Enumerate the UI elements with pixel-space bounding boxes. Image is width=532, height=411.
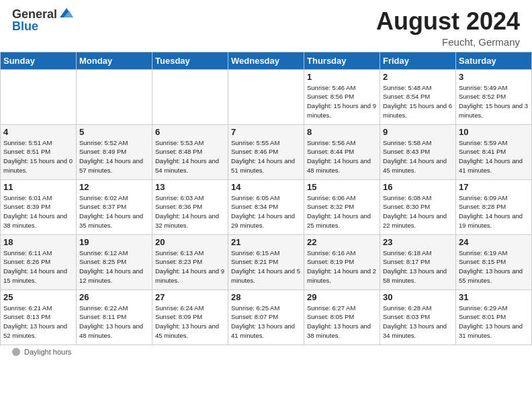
day-number: 23 <box>383 237 453 247</box>
day-detail: Sunrise: 6:25 AM Sunset: 8:07 PM Dayligh… <box>231 304 301 340</box>
day-detail: Sunrise: 6:16 AM Sunset: 8:19 PM Dayligh… <box>307 248 377 285</box>
table-row: 6Sunrise: 5:53 AM Sunset: 8:48 PM Daylig… <box>152 124 228 179</box>
table-row: 8Sunrise: 5:56 AM Sunset: 8:44 PM Daylig… <box>304 124 380 179</box>
table-row: 30Sunrise: 6:28 AM Sunset: 8:03 PM Dayli… <box>380 289 456 345</box>
table-row: 23Sunrise: 6:18 AM Sunset: 8:17 PM Dayli… <box>380 234 456 289</box>
col-wednesday: Wednesday <box>228 52 304 69</box>
day-number: 5 <box>79 127 149 137</box>
day-detail: Sunrise: 6:01 AM Sunset: 8:39 PM Dayligh… <box>3 193 73 230</box>
day-number: 21 <box>231 237 301 247</box>
table-row: 22Sunrise: 6:16 AM Sunset: 8:19 PM Dayli… <box>304 234 380 289</box>
day-number: 25 <box>3 292 73 302</box>
day-detail: Sunrise: 6:21 AM Sunset: 8:13 PM Dayligh… <box>3 304 73 340</box>
day-number: 9 <box>383 127 453 137</box>
day-number: 30 <box>383 292 453 302</box>
day-number: 19 <box>79 237 149 247</box>
table-row: 3Sunrise: 5:49 AM Sunset: 8:52 PM Daylig… <box>456 69 532 124</box>
logo: General Blue <box>12 8 73 33</box>
day-detail: Sunrise: 5:49 AM Sunset: 8:52 PM Dayligh… <box>459 83 529 120</box>
day-number: 12 <box>79 182 149 192</box>
table-row: 19Sunrise: 6:12 AM Sunset: 8:25 PM Dayli… <box>77 234 152 289</box>
day-detail: Sunrise: 5:58 AM Sunset: 8:43 PM Dayligh… <box>383 138 453 175</box>
day-detail: Sunrise: 6:12 AM Sunset: 8:25 PM Dayligh… <box>79 248 149 285</box>
day-number: 28 <box>231 292 301 302</box>
table-row: 18Sunrise: 6:11 AM Sunset: 8:26 PM Dayli… <box>1 234 77 289</box>
daylight-dot <box>12 348 20 356</box>
table-row: 16Sunrise: 6:08 AM Sunset: 8:30 PM Dayli… <box>380 179 456 234</box>
day-number: 15 <box>307 182 377 192</box>
day-detail: Sunrise: 6:18 AM Sunset: 8:17 PM Dayligh… <box>383 248 453 285</box>
table-row: 27Sunrise: 6:24 AM Sunset: 8:09 PM Dayli… <box>152 289 228 345</box>
table-row: 17Sunrise: 6:09 AM Sunset: 8:28 PM Dayli… <box>456 179 532 234</box>
logo-blue: Blue <box>12 19 38 33</box>
col-monday: Monday <box>77 52 152 69</box>
day-detail: Sunrise: 6:28 AM Sunset: 8:03 PM Dayligh… <box>383 304 453 340</box>
table-row: 29Sunrise: 6:27 AM Sunset: 8:05 PM Dayli… <box>304 289 380 345</box>
table-row: 10Sunrise: 5:59 AM Sunset: 8:41 PM Dayli… <box>456 124 532 179</box>
table-row: 11Sunrise: 6:01 AM Sunset: 8:39 PM Dayli… <box>1 179 77 234</box>
day-number: 6 <box>155 127 225 137</box>
day-number: 4 <box>3 127 73 137</box>
day-number: 3 <box>459 72 529 82</box>
logo-icon <box>58 5 73 20</box>
day-detail: Sunrise: 6:19 AM Sunset: 8:15 PM Dayligh… <box>459 248 529 285</box>
day-number: 20 <box>155 237 225 247</box>
table-row <box>152 69 228 124</box>
day-detail: Sunrise: 6:22 AM Sunset: 8:11 PM Dayligh… <box>79 304 149 340</box>
daylight-label: Daylight hours <box>24 348 71 356</box>
month-title-block: August 2024 Feucht, Germany <box>376 8 520 48</box>
day-number: 16 <box>383 182 453 192</box>
day-number: 8 <box>307 127 377 137</box>
page-header: General Blue August 2024 Feucht, Germany <box>0 0 532 52</box>
table-row <box>228 69 304 124</box>
day-number: 27 <box>155 292 225 302</box>
table-row <box>77 69 152 124</box>
day-detail: Sunrise: 6:06 AM Sunset: 8:32 PM Dayligh… <box>307 193 377 230</box>
calendar-week-row: 11Sunrise: 6:01 AM Sunset: 8:39 PM Dayli… <box>1 179 532 234</box>
day-detail: Sunrise: 6:03 AM Sunset: 8:36 PM Dayligh… <box>155 193 225 230</box>
table-row <box>1 69 77 124</box>
day-detail: Sunrise: 6:15 AM Sunset: 8:21 PM Dayligh… <box>231 248 301 285</box>
day-detail: Sunrise: 5:46 AM Sunset: 8:56 PM Dayligh… <box>307 83 377 120</box>
col-sunday: Sunday <box>1 52 77 69</box>
table-row: 14Sunrise: 6:05 AM Sunset: 8:34 PM Dayli… <box>228 179 304 234</box>
day-detail: Sunrise: 6:11 AM Sunset: 8:26 PM Dayligh… <box>3 248 73 285</box>
calendar-header-row: Sunday Monday Tuesday Wednesday Thursday… <box>1 52 532 69</box>
table-row: 15Sunrise: 6:06 AM Sunset: 8:32 PM Dayli… <box>304 179 380 234</box>
table-row: 9Sunrise: 5:58 AM Sunset: 8:43 PM Daylig… <box>380 124 456 179</box>
table-row: 31Sunrise: 6:29 AM Sunset: 8:01 PM Dayli… <box>456 289 532 345</box>
table-row: 2Sunrise: 5:48 AM Sunset: 8:54 PM Daylig… <box>380 69 456 124</box>
day-number: 13 <box>155 182 225 192</box>
day-number: 22 <box>307 237 377 247</box>
day-detail: Sunrise: 6:09 AM Sunset: 8:28 PM Dayligh… <box>459 193 529 230</box>
day-number: 10 <box>459 127 529 137</box>
table-row: 25Sunrise: 6:21 AM Sunset: 8:13 PM Dayli… <box>1 289 77 345</box>
table-row: 28Sunrise: 6:25 AM Sunset: 8:07 PM Dayli… <box>228 289 304 345</box>
day-detail: Sunrise: 5:55 AM Sunset: 8:46 PM Dayligh… <box>231 138 301 175</box>
day-detail: Sunrise: 5:51 AM Sunset: 8:51 PM Dayligh… <box>3 138 73 175</box>
col-saturday: Saturday <box>456 52 532 69</box>
day-detail: Sunrise: 5:53 AM Sunset: 8:48 PM Dayligh… <box>155 138 225 175</box>
location-subtitle: Feucht, Germany <box>376 36 520 48</box>
day-number: 24 <box>459 237 529 247</box>
day-number: 1 <box>307 72 377 82</box>
day-detail: Sunrise: 6:24 AM Sunset: 8:09 PM Dayligh… <box>155 304 225 340</box>
day-detail: Sunrise: 6:08 AM Sunset: 8:30 PM Dayligh… <box>383 193 453 230</box>
day-number: 2 <box>383 72 453 82</box>
footer: Daylight hours <box>0 345 532 359</box>
table-row: 26Sunrise: 6:22 AM Sunset: 8:11 PM Dayli… <box>77 289 152 345</box>
day-number: 29 <box>307 292 377 302</box>
day-number: 17 <box>459 182 529 192</box>
table-row: 12Sunrise: 6:02 AM Sunset: 8:37 PM Dayli… <box>77 179 152 234</box>
day-detail: Sunrise: 6:02 AM Sunset: 8:37 PM Dayligh… <box>79 193 149 230</box>
day-detail: Sunrise: 6:05 AM Sunset: 8:34 PM Dayligh… <box>231 193 301 230</box>
day-number: 14 <box>231 182 301 192</box>
col-thursday: Thursday <box>304 52 380 69</box>
month-title: August 2024 <box>376 8 520 35</box>
table-row: 13Sunrise: 6:03 AM Sunset: 8:36 PM Dayli… <box>152 179 228 234</box>
calendar-week-row: 4Sunrise: 5:51 AM Sunset: 8:51 PM Daylig… <box>1 124 532 179</box>
table-row: 21Sunrise: 6:15 AM Sunset: 8:21 PM Dayli… <box>228 234 304 289</box>
table-row: 4Sunrise: 5:51 AM Sunset: 8:51 PM Daylig… <box>1 124 77 179</box>
day-detail: Sunrise: 5:52 AM Sunset: 8:49 PM Dayligh… <box>79 138 149 175</box>
day-detail: Sunrise: 6:29 AM Sunset: 8:01 PM Dayligh… <box>459 304 529 340</box>
